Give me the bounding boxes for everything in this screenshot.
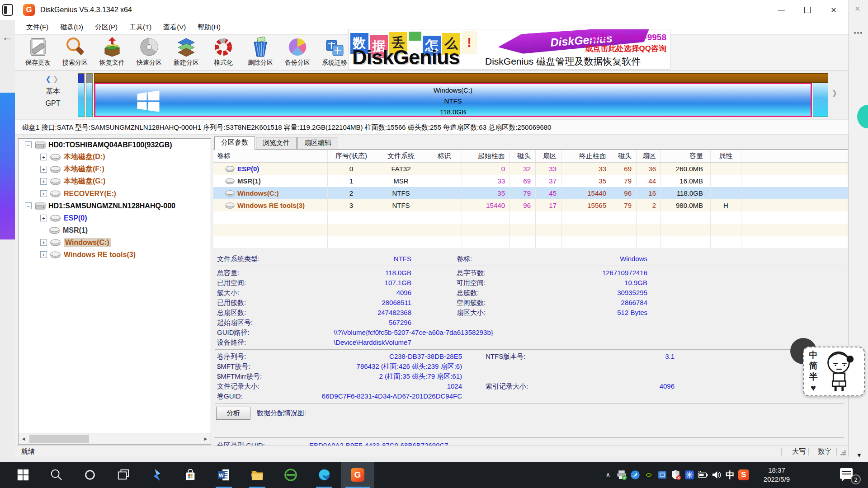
statusbar: 就绪 大写 数字 (15, 446, 849, 457)
scroll-right-icon[interactable]: ► (201, 433, 211, 444)
expand-icon[interactable]: + (40, 178, 47, 185)
partition-block-re-tools[interactable] (813, 83, 828, 117)
tree-item-windows-c[interactable]: +Windows(C:) (19, 236, 211, 249)
tree-item-hd0[interactable]: −HD0:TOSHIBAMQ04ABF100(932GB) (19, 139, 211, 151)
new-partition-button[interactable]: 新建分区 (168, 35, 205, 70)
table-row-msr[interactable]: MSR(1) 1 MSR 33 69 37 35 79 44 16.0MB (213, 175, 848, 187)
microsoft-store-button[interactable] (174, 462, 207, 488)
flash-app-button[interactable] (140, 462, 174, 488)
partition-block-esp[interactable] (78, 73, 85, 117)
taskbar-search-button[interactable] (40, 462, 73, 488)
nvidia-tray-icon[interactable] (642, 462, 656, 488)
collapse-icon[interactable]: − (25, 141, 32, 148)
disk-bar-end-arrow-icon[interactable]: ❯ (831, 89, 837, 97)
expand-icon[interactable]: + (40, 154, 47, 160)
disk-type-label: 基本 (37, 87, 69, 96)
tree-item-local-g[interactable]: +本地磁盘(G:) (19, 175, 211, 188)
tree-item-hd1[interactable]: −HD1:SAMSUNGMZNLN128HAHQ-000 (19, 200, 211, 212)
back-arrow-icon[interactable]: ← (2, 31, 13, 43)
menu-view[interactable]: 查看(V) (157, 21, 192, 33)
scroll-left-icon[interactable]: ◄ (19, 433, 28, 444)
resize-grip[interactable] (840, 450, 846, 455)
scroll-down-icon[interactable]: ▼ (856, 452, 862, 459)
menu-tools[interactable]: 工具(T) (123, 21, 157, 33)
diskgenius-taskbar-button[interactable]: G (341, 462, 374, 488)
table-row-esp[interactable]: ESP(0) 0 FAT32 0 32 33 33 69 36 260.0MB (213, 163, 848, 175)
tab-partition-params[interactable]: 分区参数 (214, 136, 255, 150)
save-changes-button[interactable]: 保存更改 (19, 35, 57, 70)
analyze-button[interactable]: 分析 (216, 407, 250, 420)
allocation-map-label: 数据分配情况图: (257, 409, 306, 418)
tab-browse-files[interactable]: 浏览文件 (256, 137, 297, 149)
word-button[interactable] (207, 462, 241, 488)
cell-capacity: 260.0MB (661, 163, 711, 175)
snowflake-app-tray-icon[interactable] (683, 462, 696, 488)
cell-attr (711, 175, 741, 187)
power-tray-icon[interactable] (696, 462, 710, 488)
defender-tray-icon[interactable] (669, 462, 683, 488)
next-disk-icon[interactable]: ❯ (53, 75, 61, 83)
tree-item-esp[interactable]: +ESP(0) (19, 212, 211, 224)
menu-file[interactable]: 文件(F) (20, 21, 54, 33)
printer-tray-icon[interactable] (615, 462, 628, 488)
ime-floating-widget[interactable]: 中 简 半 ♥ (803, 347, 865, 396)
detail-row: 文件记录大小:1024索引记录大小:4096 (214, 381, 845, 391)
promo-banner[interactable]: 数 据 丢 怎 么 ! DiskGenius DiskGenius 致电: 40… (348, 29, 670, 70)
expand-icon[interactable]: + (40, 251, 47, 258)
task-view-button[interactable] (107, 462, 140, 488)
cloud-app-tray-icon[interactable] (628, 462, 642, 488)
tree-item-local-d[interactable]: +本地磁盘(D:) (19, 151, 211, 163)
tab-sector-edit[interactable]: 扇区编辑 (297, 137, 338, 149)
expand-icon[interactable]: + (40, 190, 47, 197)
start-button[interactable] (6, 462, 40, 488)
minimize-button[interactable]: — (768, 0, 794, 20)
menu-partition[interactable]: 分区(P) (89, 21, 123, 33)
background-close-icon[interactable]: ✕ (854, 5, 860, 13)
ime-indicator[interactable]: 中 (723, 462, 737, 488)
partition-block-windows-c[interactable]: Windows(C:) NTFS 118.0GB (94, 83, 812, 117)
volume-tray-icon[interactable] (710, 462, 723, 488)
sogou-tray-icon[interactable]: S (737, 462, 750, 488)
partition-block-msr[interactable] (86, 73, 93, 117)
action-center-button[interactable]: 2 (840, 468, 858, 482)
tree-item-recovery-e[interactable]: +RECOVERY(E:) (19, 188, 211, 200)
collapse-icon[interactable]: − (25, 202, 32, 209)
backup-partition-button[interactable]: 备份分区 (279, 35, 316, 70)
menu-help[interactable]: 帮助(H) (192, 21, 226, 33)
tree-item-windows-re[interactable]: +Windows RE tools(3) (19, 249, 211, 261)
search-partition-button[interactable]: 搜索分区 (57, 35, 94, 70)
file-explorer-button[interactable] (241, 462, 274, 488)
prev-disk-icon[interactable]: ❮ (45, 75, 53, 83)
cortana-button[interactable] (73, 462, 107, 488)
clock[interactable]: 18:37 2022/5/9 (754, 466, 799, 484)
detail-row: 文件系统类型:NTFS卷标:Windows (214, 254, 845, 264)
quick-partition-button[interactable]: 快速分区 (131, 35, 168, 70)
table-row-windows-re[interactable]: Windows RE tools(3) 3 NTFS 15440 96 17 1… (213, 199, 848, 211)
tray-expand-icon[interactable]: ∧ (601, 462, 615, 488)
browser-360-button[interactable] (274, 462, 307, 488)
close-button[interactable]: ✕ (821, 0, 847, 20)
intel-graphics-tray-icon[interactable] (656, 462, 669, 488)
expand-icon[interactable]: + (40, 239, 47, 246)
overflow-menu-icon[interactable]: ⋯ (854, 27, 863, 38)
expand-icon[interactable]: + (40, 166, 47, 173)
recover-files-button[interactable]: 恢复文件 (94, 35, 131, 70)
tree-label: 本地磁盘(D:) (64, 152, 105, 162)
tree-horizontal-scrollbar[interactable]: ◄ ► (19, 433, 211, 444)
maximize-button[interactable] (794, 0, 821, 20)
cell-volume: ESP(0) (237, 165, 259, 173)
quick-partition-icon (139, 37, 160, 57)
menu-disk[interactable]: 磁盘(D) (54, 21, 89, 33)
tree-item-msr[interactable]: MSR(1) (19, 224, 211, 236)
edge-button[interactable] (307, 462, 341, 488)
format-button[interactable]: 格式化 (205, 35, 242, 70)
scrollbar-thumb[interactable] (29, 435, 89, 443)
delete-partition-button[interactable]: 删除分区 (242, 35, 279, 70)
expand-icon[interactable]: + (40, 215, 47, 221)
disk-nav-arrows[interactable]: ❮❯ (37, 75, 69, 83)
table-row-windows-c-selected[interactable]: Windows(C:) 2 NTFS 35 79 45 15440 96 16 … (213, 187, 848, 199)
app-icon: G (23, 4, 35, 16)
banner-qq-link[interactable]: 或点击此处选择QQ咨询 (585, 43, 666, 54)
tree-item-local-f[interactable]: +本地磁盘(F:) (19, 163, 211, 175)
system-migrate-button[interactable]: 系统迁移 (316, 35, 353, 70)
